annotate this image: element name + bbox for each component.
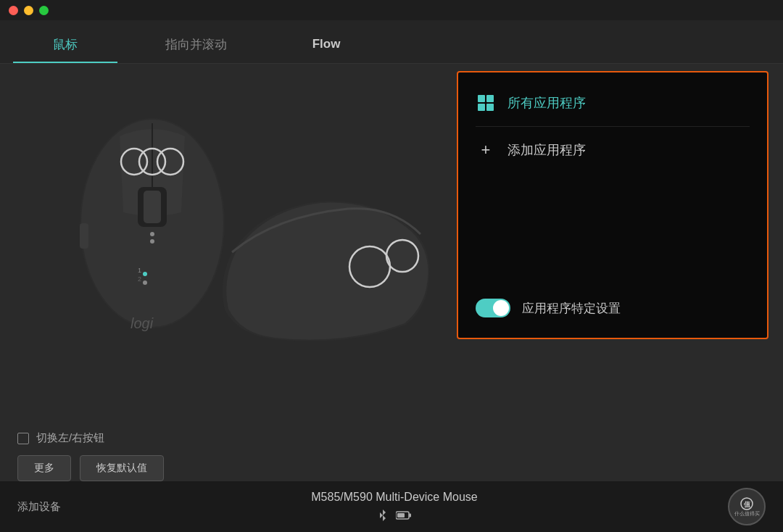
- toggle-label: 应用程序特定设置: [522, 300, 621, 317]
- svg-text:1: 1: [138, 267, 141, 274]
- tab-bar: 鼠标 指向并滚动 Flow: [0, 20, 783, 64]
- svg-rect-20: [397, 513, 405, 518]
- watermark-badge: 值 什么值得买: [728, 488, 766, 525]
- tab-scroll[interactable]: 指向并滚动: [130, 25, 261, 63]
- svg-rect-19: [409, 514, 411, 518]
- svg-text:logi: logi: [130, 315, 154, 331]
- grid-icon: [476, 93, 496, 113]
- swap-buttons-label: 切换左/右按钮: [36, 431, 104, 445]
- device-status-icons: [377, 508, 412, 523]
- device-info: M585/M590 Multi-Device Mouse: [61, 491, 728, 523]
- bluetooth-icon: [377, 508, 389, 523]
- add-app-label: 添加应用程序: [508, 141, 586, 159]
- add-app-item[interactable]: + 添加应用程序: [476, 127, 750, 173]
- swap-buttons-row: 切换左/右按钮: [17, 431, 164, 445]
- right-panel: 所有应用程序 + 添加应用程序 应用程序特定设置: [457, 71, 768, 339]
- status-right: 值 什么值得买: [728, 488, 766, 525]
- minimize-button[interactable]: [24, 6, 33, 15]
- svg-text:值: 值: [743, 501, 751, 508]
- main-content: 1 2 logi 所有应用程序: [0, 64, 783, 481]
- toggle-row: 应用程序特定设置: [476, 278, 750, 323]
- title-bar: [0, 0, 783, 20]
- action-buttons-row: 更多 恢复默认值: [17, 455, 164, 481]
- battery-icon: [396, 510, 412, 520]
- all-apps-label: 所有应用程序: [508, 94, 586, 112]
- svg-text:2: 2: [138, 275, 141, 283]
- plus-icon: +: [476, 140, 496, 160]
- svg-point-6: [150, 239, 154, 244]
- device-name-label: M585/M590 Multi-Device Mouse: [311, 491, 477, 504]
- mouse-side-image: [203, 180, 435, 361]
- svg-point-10: [143, 272, 147, 276]
- watermark-text: 什么值得买: [734, 511, 760, 517]
- close-button[interactable]: [9, 6, 18, 15]
- app-specific-toggle[interactable]: [476, 299, 510, 317]
- reset-button[interactable]: 恢复默认值: [80, 455, 164, 481]
- all-apps-item[interactable]: 所有应用程序: [476, 87, 750, 126]
- tab-mouse[interactable]: 鼠标: [0, 25, 130, 63]
- swap-buttons-checkbox[interactable]: [17, 433, 29, 444]
- svg-rect-15: [80, 223, 88, 249]
- svg-rect-4: [144, 191, 161, 223]
- svg-point-5: [150, 232, 154, 236]
- bottom-controls: 切换左/右按钮 更多 恢复默认值: [17, 431, 164, 481]
- svg-point-11: [143, 280, 147, 285]
- status-bar: 添加设备 M585/M590 Multi-Device Mouse 值 什么: [0, 481, 783, 532]
- tab-flow[interactable]: Flow: [261, 25, 392, 63]
- maximize-button[interactable]: [39, 6, 49, 15]
- more-button[interactable]: 更多: [17, 455, 71, 481]
- brand-icon: 值: [738, 497, 755, 510]
- add-device-link[interactable]: 添加设备: [17, 500, 61, 514]
